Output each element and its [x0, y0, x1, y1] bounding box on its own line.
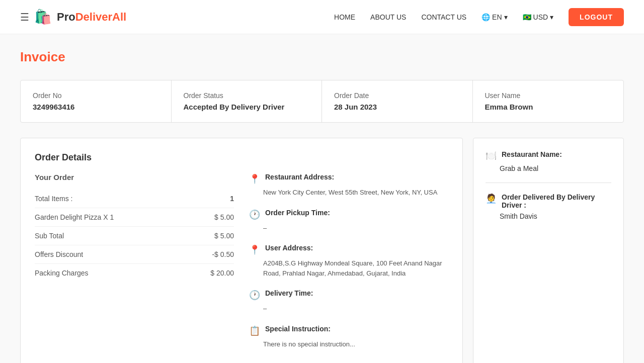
currency-chevron-icon: ▾ — [550, 13, 553, 21]
header-left: ☰ 🛍️ ProDeliverAll — [20, 9, 126, 25]
page-title: Invoice — [20, 49, 624, 65]
packing-row: Packing Charges $ 20.00 — [35, 264, 234, 282]
pizza-label: Garden Delight Pizza X 1 — [35, 213, 114, 221]
delivery-time-block: 🕐 Delivery Time: – — [249, 289, 448, 314]
order-date-label: Order Date — [334, 92, 460, 100]
currency-label: USD — [533, 13, 548, 21]
special-instruction-value: There is no special instruction... — [249, 339, 448, 349]
pickup-time-label: Order Pickup Time: — [265, 209, 330, 217]
nav-contact[interactable]: CONTACT US — [421, 13, 466, 21]
sub-total-label: Sub Total — [35, 232, 64, 240]
special-instruction-block: 📋 Special Instruction: There is no speci… — [249, 325, 448, 349]
packing-label: Packing Charges — [35, 269, 89, 277]
delivery-time-label: Delivery Time: — [265, 289, 313, 297]
driver-value: Smith Davis — [486, 212, 611, 220]
discount-value: -$ 0.50 — [212, 250, 234, 258]
lang-label: EN — [492, 13, 502, 21]
restaurant-address-block: 📍 Restaurant Address: New York City Cent… — [249, 173, 448, 198]
list-icon: 📋 — [249, 325, 260, 336]
order-date-cell: Order Date 28 Jun 2023 — [322, 80, 473, 122]
user-name-label: User Name — [485, 92, 612, 100]
logo-deliver: DeliverAll — [75, 11, 127, 23]
nav-home[interactable]: HOME — [334, 13, 355, 21]
restaurant-name-block: 🍽️ Restaurant Name: Grab a Meal — [486, 150, 611, 183]
clock-icon: 🕐 — [249, 209, 260, 220]
discount-label: Offers Discount — [35, 250, 83, 258]
restaurant-name-value: Grab a Meal — [486, 164, 611, 172]
sub-total-row: Sub Total $ 5.00 — [35, 227, 234, 245]
order-no-cell: Order No 3249963416 — [21, 80, 172, 122]
order-date-value: 28 Jun 2023 — [334, 103, 460, 111]
logo-pro: Pro — [57, 11, 75, 23]
currency-flag: 🇧🇷 — [523, 13, 531, 21]
order-status-value: Accepted By Delivery Driver — [184, 103, 310, 111]
total-items-value: 1 — [230, 195, 234, 203]
logo-icon: 🛍️ — [34, 9, 52, 25]
restaurant-address-value: New York City Center, West 55th Street, … — [249, 188, 448, 198]
packing-value: $ 20.00 — [210, 269, 234, 277]
restaurant-name-label: Restaurant Name: — [502, 150, 562, 158]
restaurant-name-header: 🍽️ Restaurant Name: — [486, 150, 611, 161]
hamburger-icon[interactable]: ☰ — [20, 11, 29, 23]
order-no-value: 3249963416 — [33, 103, 159, 111]
pickup-time-block: 🕐 Order Pickup Time: – — [249, 209, 448, 233]
order-summary: Your Order Total Items : 1 Garden Deligh… — [35, 173, 234, 360]
details-section: Order Details Your Order Total Items : 1… — [20, 138, 624, 363]
lang-flag: 🌐 — [481, 13, 490, 21]
driver-icon: 🧑‍💼 — [486, 193, 497, 204]
user-address-label: User Address: — [265, 244, 313, 252]
language-selector[interactable]: 🌐 EN ▾ — [481, 13, 507, 21]
order-no-label: Order No — [33, 92, 159, 100]
pickup-time-header: 🕐 Order Pickup Time: — [249, 209, 448, 220]
nav-about[interactable]: ABOUT US — [370, 13, 406, 21]
pizza-line-row: Garden Delight Pizza X 1 $ 5.00 — [35, 208, 234, 227]
user-address-block: 📍 User Address: A204B,S.G Highway Mondea… — [249, 244, 448, 278]
special-instruction-header: 📋 Special Instruction: — [249, 325, 448, 336]
order-status-cell: Order Status Accepted By Delivery Driver — [172, 80, 323, 122]
restaurant-address-header: 📍 Restaurant Address: — [249, 173, 448, 185]
total-items-row: Total Items : 1 — [35, 190, 234, 208]
driver-block: 🧑‍💼 Order Delivered By Delivery Driver :… — [486, 193, 611, 230]
currency-selector[interactable]: 🇧🇷 USD ▾ — [523, 13, 554, 21]
user-name-cell: User Name Emma Brown — [473, 80, 624, 122]
pizza-value: $ 5.00 — [214, 213, 234, 221]
user-pin-icon: 📍 — [249, 244, 260, 255]
total-items-label: Total Items : — [35, 195, 72, 203]
user-address-header: 📍 User Address: — [249, 244, 448, 255]
delivery-time-value: – — [249, 304, 448, 314]
details-right-panel: 🍽️ Restaurant Name: Grab a Meal 🧑‍💼 Orde… — [473, 138, 624, 363]
driver-label: Order Delivered By Delivery Driver : — [502, 193, 611, 209]
special-instruction-label: Special Instruction: — [265, 325, 331, 333]
restaurant-icon: 🍽️ — [486, 150, 497, 161]
details-left-panel: Order Details Your Order Total Items : 1… — [20, 138, 463, 363]
restaurant-address-label: Restaurant Address: — [265, 173, 334, 181]
details-left-inner: Your Order Total Items : 1 Garden Deligh… — [35, 173, 448, 360]
user-name-value: Emma Brown — [485, 103, 612, 111]
delivery-clock-icon: 🕐 — [249, 290, 260, 301]
discount-row: Offers Discount -$ 0.50 — [35, 245, 234, 264]
logo-text: ProDeliverAll — [57, 11, 126, 24]
order-details-title: Order Details — [35, 152, 448, 163]
delivery-info-column: 📍 Restaurant Address: New York City Cent… — [249, 173, 448, 360]
lang-chevron-icon: ▾ — [504, 13, 508, 21]
delivery-time-header: 🕐 Delivery Time: — [249, 289, 448, 301]
pin-icon: 📍 — [249, 173, 260, 185]
header-nav: HOME ABOUT US CONTACT US 🌐 EN ▾ 🇧🇷 USD ▾… — [334, 8, 624, 26]
driver-header: 🧑‍💼 Order Delivered By Delivery Driver : — [486, 193, 611, 209]
page-content: Invoice Order No 3249963416 Order Status… — [0, 34, 644, 363]
order-status-label: Order Status — [184, 92, 310, 100]
pickup-time-value: – — [249, 223, 448, 233]
header: ☰ 🛍️ ProDeliverAll HOME ABOUT US CONTACT… — [0, 0, 644, 34]
order-info-bar: Order No 3249963416 Order Status Accepte… — [20, 80, 624, 123]
your-order-label: Your Order — [35, 173, 234, 182]
user-address-value: A204B,S.G Highway Mondeal Square, 100 Fe… — [249, 258, 448, 278]
sub-total-value: $ 5.00 — [214, 232, 234, 240]
logout-button[interactable]: LOGOUT — [569, 8, 624, 26]
